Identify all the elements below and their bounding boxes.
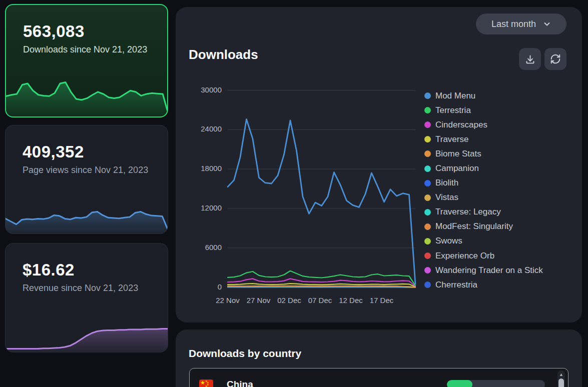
date-range-label: Last month bbox=[491, 19, 536, 30]
series-name: Biolith bbox=[435, 178, 458, 188]
stats-sidebar: 563,083 Downloads since Nov 21, 2023 409… bbox=[5, 4, 168, 352]
series-name: Swows bbox=[435, 236, 462, 246]
legend-item[interactable]: Vistas bbox=[424, 190, 543, 205]
page-views-total-label: Page views since Nov 21, 2023 bbox=[23, 164, 151, 176]
countries-panel-title: Downloads by country bbox=[189, 348, 301, 360]
series-name: Cherrestria bbox=[435, 280, 477, 290]
downloads-sparkline bbox=[6, 70, 168, 116]
page-views-sparkline bbox=[6, 194, 168, 234]
y-tick-label: 6000 bbox=[191, 243, 222, 252]
revenue-total-label: Revenue since Nov 21, 2023 bbox=[23, 282, 151, 294]
legend-item[interactable]: Cherrestria bbox=[424, 278, 543, 292]
series-color-dot bbox=[424, 209, 431, 216]
downloads-total-label: Downloads since Nov 21, 2023 bbox=[23, 44, 150, 56]
series-color-dot bbox=[424, 194, 431, 201]
y-tick-label: 12000 bbox=[191, 204, 222, 212]
date-range-dropdown[interactable]: Last month bbox=[476, 14, 566, 34]
series-color-dot bbox=[424, 224, 431, 230]
x-tick-label: 22 Nov bbox=[210, 296, 245, 304]
series-color-dot bbox=[424, 282, 431, 288]
series-color-dot bbox=[424, 150, 431, 157]
country-list: ★★★★★China ▲ bbox=[189, 368, 568, 387]
series-name: ModFest: Singularity bbox=[435, 222, 513, 232]
y-tick-label: 30000 bbox=[191, 86, 222, 94]
legend-item[interactable]: Experience Orb bbox=[424, 248, 543, 263]
series-name: Campanion bbox=[435, 164, 479, 174]
x-tick-label: 17 Dec bbox=[364, 296, 399, 304]
legend-item[interactable]: Campanion bbox=[424, 161, 543, 176]
scroll-up-arrow-icon[interactable]: ▲ bbox=[557, 372, 565, 378]
stat-card-revenue[interactable]: $16.62 Revenue since Nov 21, 2023 bbox=[5, 243, 168, 352]
legend-item[interactable]: Terrestria bbox=[424, 103, 543, 118]
series-name: Traverse bbox=[435, 134, 468, 144]
chart-legend: Mod MenuTerrestriaCinderscapesTraverseBi… bbox=[424, 88, 543, 292]
series-name: Traverse: Legacy bbox=[435, 207, 501, 217]
revenue-total: $16.62 bbox=[23, 260, 151, 280]
y-tick-label: 18000 bbox=[191, 164, 222, 172]
legend-item[interactable]: Wandering Trader on a Stick bbox=[424, 263, 543, 278]
series-color-dot bbox=[424, 252, 431, 259]
refresh-icon bbox=[550, 54, 561, 64]
main-content: Last month Downloads 0600012000180002400… bbox=[176, 7, 582, 387]
scrollbar-thumb[interactable] bbox=[558, 378, 564, 387]
chevron-down-icon bbox=[543, 20, 551, 28]
x-tick-label: 12 Dec bbox=[333, 296, 368, 304]
x-tick-label: 07 Dec bbox=[303, 296, 338, 304]
downloads-panel: Last month Downloads 0600012000180002400… bbox=[176, 7, 582, 322]
series-name: Wandering Trader on a Stick bbox=[435, 266, 543, 276]
legend-item[interactable]: Traverse: Legacy bbox=[424, 205, 543, 220]
country-downloads-bar-fill bbox=[447, 380, 472, 387]
x-tick-label: 27 Nov bbox=[241, 296, 276, 304]
legend-item[interactable]: Swows bbox=[424, 234, 543, 248]
country-row: ★★★★★China bbox=[190, 368, 568, 387]
y-tick-label: 0 bbox=[191, 282, 222, 291]
downloads-line-chart bbox=[228, 90, 416, 288]
y-tick-label: 24000 bbox=[191, 124, 222, 133]
cn-flag-icon: ★★★★★ bbox=[199, 380, 213, 387]
downloads-panel-title: Downloads bbox=[189, 47, 258, 62]
series-color-dot bbox=[424, 122, 431, 128]
countries-panel: Downloads by country ★★★★★China ▲ bbox=[176, 330, 582, 387]
series-name: Experience Orb bbox=[435, 251, 494, 261]
series-name: Vistas bbox=[435, 192, 458, 202]
country-list-scrollbar: ▲ bbox=[557, 370, 565, 387]
series-color-dot bbox=[424, 166, 431, 172]
stat-card-downloads[interactable]: 563,083 Downloads since Nov 21, 2023 bbox=[5, 4, 168, 118]
series-name: Cinderscapes bbox=[435, 120, 487, 130]
legend-item[interactable]: Traverse bbox=[424, 132, 543, 146]
downloads-total: 563,083 bbox=[23, 22, 150, 41]
export-download-button[interactable] bbox=[519, 48, 541, 70]
legend-item[interactable]: ModFest: Singularity bbox=[424, 220, 543, 234]
legend-item[interactable]: Biome Stats bbox=[424, 146, 543, 161]
series-color-dot bbox=[424, 107, 431, 114]
x-tick-label: 02 Dec bbox=[272, 296, 307, 304]
series-color-dot bbox=[424, 267, 431, 274]
series-color-dot bbox=[424, 238, 431, 244]
legend-item[interactable]: Mod Menu bbox=[424, 88, 543, 103]
revenue-sparkline bbox=[6, 313, 168, 352]
stat-card-page-views[interactable]: 409,352 Page views since Nov 21, 2023 bbox=[5, 125, 168, 234]
series-color-dot bbox=[424, 92, 431, 99]
series-name: Terrestria bbox=[435, 106, 471, 116]
series-name: Biome Stats bbox=[435, 149, 481, 159]
country-downloads-bar bbox=[447, 380, 545, 387]
download-icon bbox=[525, 54, 535, 64]
series-color-dot bbox=[424, 136, 431, 142]
page-views-total: 409,352 bbox=[23, 142, 151, 162]
series-color-dot bbox=[424, 180, 431, 186]
refresh-button[interactable] bbox=[544, 48, 566, 70]
country-name: China bbox=[227, 379, 253, 387]
series-name: Mod Menu bbox=[435, 91, 475, 101]
legend-item[interactable]: Cinderscapes bbox=[424, 118, 543, 132]
legend-item[interactable]: Biolith bbox=[424, 176, 543, 190]
